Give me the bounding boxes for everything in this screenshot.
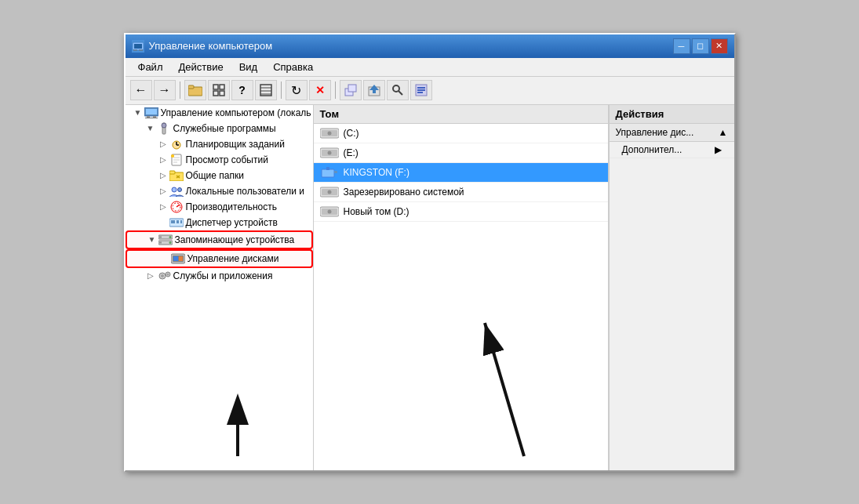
svg-rect-5 <box>188 85 194 89</box>
svg-point-58 <box>169 241 171 244</box>
menu-item-action[interactable]: Действие <box>170 60 231 74</box>
toolbar-sep-2 <box>281 82 282 99</box>
sidebar-item-storage[interactable]: ▼ Запоминающие устройства <box>126 230 313 249</box>
disk-icon-c <box>320 127 339 140</box>
folder-share-icon <box>169 169 184 182</box>
devmgr-expand-arrow: ▷ <box>157 218 169 227</box>
disk-management-label: Управление дисками <box>187 253 279 264</box>
menu-item-help[interactable]: Справка <box>265 60 321 74</box>
volume-reserved-label: Зарезервировано системой <box>344 187 464 198</box>
delete-button[interactable]: ✕ <box>309 80 331 100</box>
volume-d[interactable]: Новый том (D:) <box>314 202 608 222</box>
volume-kingston[interactable]: KINGSTON (F:) <box>314 163 608 183</box>
event-expand-arrow[interactable]: ▷ <box>157 155 169 164</box>
sidebar-item-disk-management[interactable]: ▷ Управление дисками <box>126 249 313 268</box>
storage-label: Запоминающие устройства <box>175 234 295 245</box>
extra-button[interactable] <box>410 80 432 100</box>
sidebar-item-device-manager[interactable]: ▷ Диспетчер устройств <box>126 215 313 230</box>
volume-panel-header: Том <box>314 105 608 124</box>
devices-icon <box>169 216 184 229</box>
volume-c[interactable]: (C:) <box>314 124 608 143</box>
svg-rect-61 <box>173 256 178 261</box>
sidebar-item-performance[interactable]: ▷ Производительность <box>126 199 313 215</box>
services-apps-label: Службы и приложения <box>173 270 273 281</box>
svg-rect-73 <box>322 169 334 177</box>
svg-point-30 <box>162 123 166 128</box>
svg-rect-9 <box>220 91 224 96</box>
svg-rect-27 <box>153 116 156 118</box>
root-label: Управление компьютером (локаль <box>161 107 311 118</box>
actions-panel: Действия Управление дис... ▲ Дополнител.… <box>609 105 734 470</box>
storage-icon <box>158 234 173 246</box>
folder-button[interactable] <box>184 80 206 100</box>
perf-expand-arrow[interactable]: ▷ <box>157 202 169 211</box>
close-button[interactable]: ✕ <box>711 38 728 54</box>
action-arrow-icon: ▶ <box>715 144 722 155</box>
sidebar-item-event-viewer[interactable]: ▷ ! Просмотр событий <box>126 152 313 168</box>
svg-line-48 <box>177 205 180 207</box>
action-item-additional[interactable]: Дополнител... ▶ <box>610 142 734 158</box>
action-section-disk-mgmt[interactable]: Управление дис... ▲ <box>610 124 734 142</box>
forward-button[interactable]: → <box>154 80 176 100</box>
volume-reserved[interactable]: Зарезервировано системой <box>314 183 608 202</box>
volume-d-label: Новый том (D:) <box>344 206 409 217</box>
scheduler-expand-arrow[interactable]: ▷ <box>157 140 169 148</box>
shared-expand-arrow[interactable]: ▷ <box>157 171 169 179</box>
svg-rect-62 <box>179 256 183 261</box>
restore-button[interactable]: ◻ <box>692 38 709 54</box>
sidebar-item-services-apps[interactable]: ▷ Службы и приложения <box>126 268 313 284</box>
volume-e[interactable]: (E:) <box>314 143 608 163</box>
grid-button[interactable] <box>208 80 230 100</box>
import-button[interactable] <box>363 80 385 100</box>
window-icon <box>132 40 144 53</box>
svg-rect-26 <box>147 116 150 118</box>
log-icon: ! <box>169 154 184 166</box>
svg-rect-75 <box>326 167 329 170</box>
svg-rect-7 <box>220 85 224 89</box>
svg-rect-1 <box>134 44 142 49</box>
svg-rect-2 <box>133 49 137 51</box>
menu-item-view[interactable]: Вид <box>231 60 266 74</box>
volume-c-label: (C:) <box>344 128 359 139</box>
svg-point-45 <box>177 187 181 191</box>
title-controls: ─ ◻ ✕ <box>673 38 728 54</box>
sidebar-item-services-tools[interactable]: ▼ Служебные программы <box>126 121 313 136</box>
refresh-button[interactable]: ↻ <box>286 80 308 100</box>
disk-icon-reserved <box>320 186 339 198</box>
gears-icon <box>157 270 171 282</box>
svg-rect-54 <box>159 236 162 237</box>
svg-rect-6 <box>213 85 218 89</box>
menu-item-file[interactable]: Файл <box>130 60 171 74</box>
services-expand-arrow[interactable]: ▼ <box>144 124 157 132</box>
help-button[interactable]: ? <box>231 80 253 100</box>
sidebar-root[interactable]: ▼ Управление компьютером (локаль <box>126 105 313 121</box>
svg-line-19 <box>399 91 402 95</box>
menubar: ФайлДействиеВидСправка <box>126 58 734 77</box>
sidebar-item-scheduler[interactable]: ▷ Планировщик заданий <box>126 136 313 152</box>
svg-rect-74 <box>334 171 337 173</box>
minimize-button[interactable]: ─ <box>673 38 690 54</box>
wrench-icon <box>157 122 171 135</box>
main-window: Управление компьютером ─ ◻ ✕ ФайлДействи… <box>124 33 736 472</box>
local-users-label: Локальные пользователи и <box>186 186 304 197</box>
event-viewer-label: Просмотр событий <box>186 154 268 165</box>
search-button[interactable] <box>387 80 409 100</box>
storage-expand-arrow[interactable]: ▼ <box>146 235 158 244</box>
toolbar: ← → ? <box>126 77 734 105</box>
root-expand-arrow[interactable]: ▼ <box>132 108 144 117</box>
title-bar: Управление компьютером ─ ◻ ✕ <box>126 34 734 58</box>
sidebar-item-shared-folders[interactable]: ▷ Общие папки <box>126 168 313 183</box>
svg-point-81 <box>327 209 331 213</box>
export-button[interactable] <box>340 80 362 100</box>
action-additional-label: Дополнител... <box>622 144 682 155</box>
users-expand-arrow[interactable]: ▷ <box>157 187 169 195</box>
services-apps-expand-arrow[interactable]: ▷ <box>144 271 157 280</box>
back-button[interactable]: ← <box>130 80 152 100</box>
svg-rect-41 <box>169 171 175 174</box>
window-title: Управление компьютером <box>149 40 273 52</box>
svg-point-66 <box>166 273 169 275</box>
svg-rect-28 <box>145 118 158 118</box>
svg-point-18 <box>393 85 399 92</box>
list-button[interactable] <box>255 80 277 100</box>
sidebar-item-local-users[interactable]: ▷ Локальные пользователи и <box>126 183 313 199</box>
